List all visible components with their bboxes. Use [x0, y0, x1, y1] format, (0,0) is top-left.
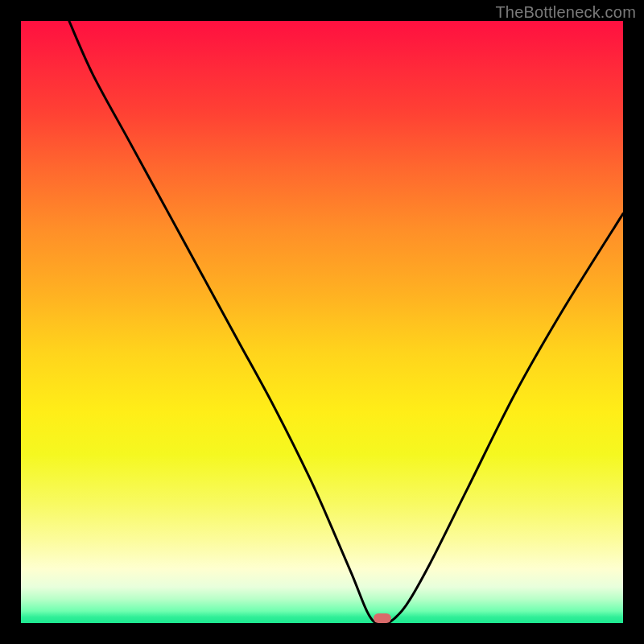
- bottleneck-curve: [21, 21, 623, 623]
- optimal-point-marker: [374, 613, 391, 623]
- watermark-text: TheBottleneck.com: [495, 3, 636, 22]
- chart-frame: TheBottleneck.com: [0, 0, 644, 644]
- plot-area: [21, 21, 623, 623]
